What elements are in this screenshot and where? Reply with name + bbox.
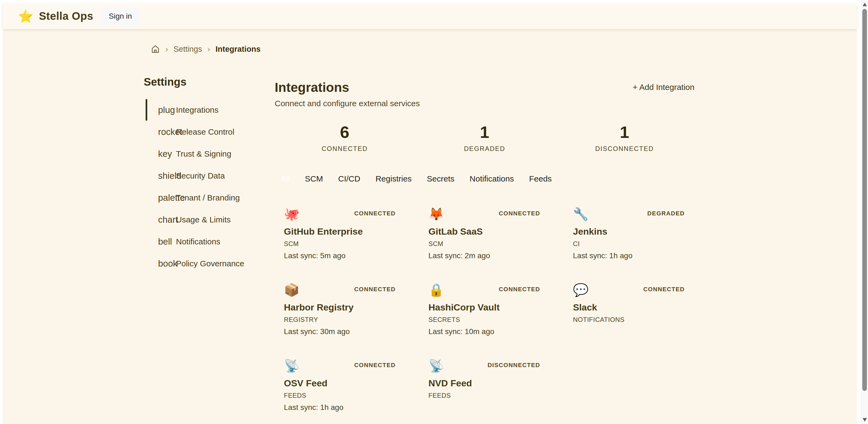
sidebar-item-notifications[interactable]: bellNotifications — [144, 231, 274, 253]
tab-notifications[interactable]: Notifications — [470, 174, 514, 184]
sidebar-item-security-data[interactable]: shieldSecurity Data — [144, 165, 274, 187]
integration-name: HashiCorp Vault — [429, 302, 555, 313]
tab-scm[interactable]: SCM — [305, 174, 323, 184]
tab-feeds[interactable]: Feeds — [529, 174, 552, 184]
integration-name: Harbor Registry — [284, 302, 410, 313]
octopus-icon: 🐙 — [284, 207, 299, 221]
integration-name: NVD Feed — [429, 378, 555, 389]
sidebar-item-label: Security Data — [176, 171, 225, 181]
integration-type: CI — [573, 240, 700, 248]
integration-card-hashicorp-vault[interactable]: 🔒CONNECTEDHashiCorp VaultSECRETSLast syn… — [419, 283, 555, 336]
sidebar-item-trust-signing[interactable]: keyTrust & Signing — [144, 143, 274, 165]
scrollbar-up-arrow-icon[interactable] — [863, 3, 867, 6]
integration-card-github-enterprise[interactable]: 🐙CONNECTEDGitHub EnterpriseSCMLast sync:… — [275, 207, 410, 260]
sign-in-button[interactable]: Sign in — [101, 8, 140, 24]
scrollbar-down-arrow-icon[interactable] — [863, 418, 867, 422]
sidebar-item-label: Tenant / Branding — [176, 193, 240, 202]
sidebar-item-label: Integrations — [176, 105, 219, 115]
integration-type: NOTIFICATIONS — [573, 316, 700, 324]
integrations-main: Integrations Connect and configure exter… — [275, 80, 694, 412]
integration-card-osv-feed[interactable]: 📡CONNECTEDOSV FeedFEEDSLast sync: 1h ago — [275, 359, 410, 412]
status-badge: DISCONNECTED — [488, 362, 540, 369]
last-sync-text: Last sync: 5m ago — [284, 252, 410, 260]
breadcrumb-settings-link[interactable]: Settings — [174, 45, 202, 54]
vertical-scrollbar[interactable] — [861, 0, 868, 424]
stat-disconnected: 1DISCONNECTED — [555, 124, 694, 153]
home-icon[interactable] — [151, 44, 160, 54]
lock-icon: 🔒 — [429, 283, 444, 297]
integration-type: SCM — [429, 240, 555, 248]
book-icon: book — [158, 258, 170, 269]
status-badge: DEGRADED — [647, 210, 685, 217]
tab-registries[interactable]: Registries — [376, 174, 412, 184]
status-summary: 6CONNECTED1DEGRADED1DISCONNECTED — [275, 124, 694, 153]
integration-card-jenkins[interactable]: 🔧DEGRADEDJenkinsCILast sync: 1h ago — [564, 207, 700, 260]
integration-type: SECRETS — [429, 316, 555, 324]
last-sync-text: Last sync: 30m ago — [284, 327, 410, 336]
breadcrumb-separator: › — [165, 44, 168, 54]
sidebar-item-label: Usage & Limits — [176, 215, 231, 224]
settings-sidebar: Settings plugIntegrationsrocketRelease C… — [144, 75, 274, 274]
tab-all[interactable]: All — [281, 174, 289, 184]
sidebar-item-release-control[interactable]: rocketRelease Control — [144, 121, 274, 143]
sidebar-item-integrations[interactable]: plugIntegrations — [144, 99, 274, 121]
sidebar-item-label: Release Control — [176, 127, 234, 136]
status-badge: CONNECTED — [643, 286, 685, 293]
bell-icon: bell — [158, 236, 170, 247]
plug-icon: plug — [158, 105, 170, 115]
sidebar-item-tenant-branding[interactable]: paletteTenant / Branding — [144, 187, 274, 208]
integration-name: Slack — [573, 302, 700, 313]
sidebar-item-policy-governance[interactable]: bookPolicy Governance — [144, 253, 274, 274]
speech-balloon-icon: 💬 — [573, 283, 588, 297]
stat-label: DISCONNECTED — [555, 145, 694, 153]
integration-type: SCM — [284, 240, 410, 248]
integration-type: FEEDS — [284, 392, 410, 399]
integration-name: GitLab SaaS — [429, 226, 555, 237]
stat-connected: 6CONNECTED — [275, 124, 414, 153]
chart-icon: chart — [158, 215, 170, 225]
stat-value: 6 — [275, 124, 414, 141]
category-tabs: AllSCMCI/CDRegistriesSecretsNotification… — [275, 174, 694, 184]
page-subtitle: Connect and configure external services — [275, 99, 420, 108]
shield-icon: shield — [158, 171, 170, 181]
integration-card-gitlab-saas[interactable]: 🦊CONNECTEDGitLab SaaSSCMLast sync: 2m ag… — [419, 207, 555, 260]
integration-type: REGISTRY — [284, 316, 410, 324]
stella-ops-logo-icon: ⭐ — [18, 10, 33, 23]
scrollbar-thumb[interactable] — [862, 9, 867, 391]
tab-secrets[interactable]: Secrets — [427, 174, 455, 184]
stat-label: CONNECTED — [275, 145, 414, 153]
fox-icon: 🦊 — [429, 207, 444, 221]
status-badge: CONNECTED — [354, 210, 396, 217]
stat-value: 1 — [414, 124, 555, 141]
main-header-text: Integrations Connect and configure exter… — [275, 80, 420, 108]
integration-card-slack[interactable]: 💬CONNECTEDSlackNOTIFICATIONS — [564, 283, 700, 336]
add-integration-button[interactable]: + Add Integration — [632, 83, 694, 92]
integration-name: GitHub Enterprise — [284, 226, 410, 237]
integration-card-harbor-registry[interactable]: 📦CONNECTEDHarbor RegistryREGISTRYLast sy… — [275, 283, 410, 336]
satellite-icon: 📡 — [429, 359, 444, 372]
integration-card-nvd-feed[interactable]: 📡DISCONNECTEDNVD FeedFEEDS — [419, 359, 555, 412]
sidebar-item-usage-limits[interactable]: chartUsage & Limits — [144, 208, 274, 231]
last-sync-text — [429, 403, 555, 412]
status-badge: CONNECTED — [499, 286, 540, 293]
breadcrumb-separator: › — [208, 44, 210, 54]
integration-type: FEEDS — [429, 392, 555, 399]
tab-ci-cd[interactable]: CI/CD — [338, 174, 361, 184]
sidebar-title: Settings — [144, 75, 274, 88]
stat-label: DEGRADED — [414, 145, 555, 153]
stat-value: 1 — [555, 124, 694, 141]
integration-cards-grid: 🐙CONNECTEDGitHub EnterpriseSCMLast sync:… — [275, 207, 694, 412]
last-sync-text — [573, 327, 700, 336]
stat-degraded: 1DEGRADED — [414, 124, 555, 153]
status-badge: CONNECTED — [354, 362, 396, 369]
sidebar-item-label: Policy Governance — [176, 259, 244, 268]
status-badge: CONNECTED — [499, 210, 540, 217]
satellite-icon: 📡 — [284, 359, 299, 372]
integration-name: Jenkins — [573, 226, 700, 237]
palette-icon: palette — [158, 193, 170, 203]
wrench-icon: 🔧 — [573, 207, 588, 221]
status-badge: CONNECTED — [354, 286, 396, 293]
breadcrumb-current-page: Integrations — [216, 45, 260, 54]
page-title: Integrations — [275, 80, 420, 95]
sidebar-nav-list: plugIntegrationsrocketRelease Controlkey… — [144, 99, 274, 274]
